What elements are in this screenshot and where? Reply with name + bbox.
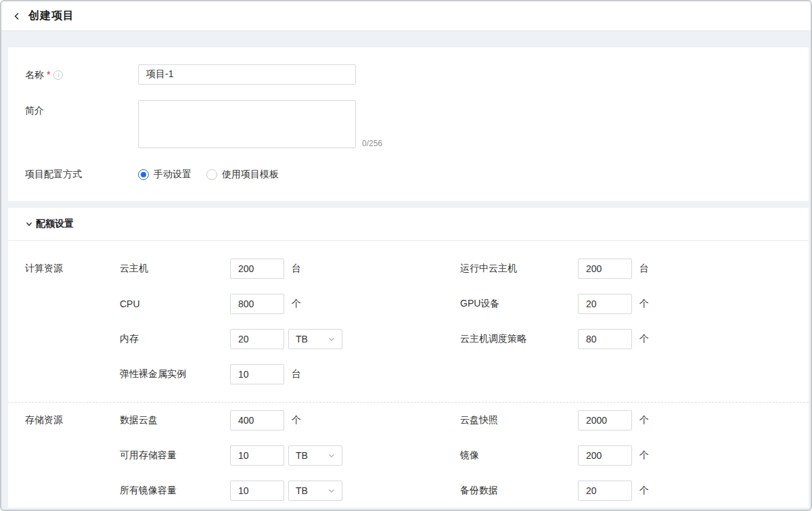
page-header: 创建项目	[1, 1, 811, 31]
radio-template-label: 使用项目模板	[222, 169, 279, 181]
create-project-page: 创建项目 名称 * i 简介 0/256	[0, 0, 812, 511]
field-label: 可用存储容量	[120, 449, 230, 462]
field-wrap: TB	[230, 481, 460, 501]
unit-label: 个	[639, 298, 649, 310]
field-wrap: TB	[230, 445, 460, 466]
config-mode-row: 项目配置方式 手动设置 使用项目模板	[25, 164, 809, 185]
gpu-input[interactable]	[578, 294, 632, 314]
image-input[interactable]	[578, 445, 632, 466]
unit-label: 个	[639, 485, 649, 497]
field-label: 内存	[120, 333, 230, 345]
name-label-wrap: 名称 * i	[25, 64, 138, 85]
field-label: 数据云盘	[120, 414, 230, 426]
storage-capacity-input[interactable]	[230, 445, 284, 466]
intro-label: 简介	[25, 105, 44, 117]
field-label: 镜像	[460, 449, 578, 462]
basic-info-panel: 名称 * i 简介 0/256 项目配置方式	[8, 47, 809, 201]
memory-unit-select[interactable]: TB	[288, 329, 342, 349]
intro-field-wrap: 0/256	[138, 100, 382, 148]
info-icon[interactable]: i	[53, 70, 63, 80]
unit-label: 台	[292, 368, 301, 380]
intro-row: 简介 0/256	[25, 100, 809, 148]
radio-selected-icon	[138, 169, 149, 180]
radio-manual-label: 手动设置	[154, 169, 191, 181]
config-mode-label: 项目配置方式	[25, 169, 82, 181]
radio-use-template[interactable]: 使用项目模板	[206, 169, 279, 181]
unit-label: 个	[292, 298, 301, 310]
chevron-down-icon	[328, 453, 335, 458]
select-value: TB	[296, 485, 308, 496]
radio-manual-setting[interactable]: 手动设置	[138, 169, 191, 181]
disk-snapshot-input[interactable]	[578, 410, 632, 430]
unit-label: 个	[639, 333, 649, 345]
cloud-host-input[interactable]	[230, 259, 284, 279]
quota-row: CPU 个 GPU设备 个	[8, 286, 809, 321]
chevron-down-icon	[25, 220, 33, 228]
back-button[interactable]	[12, 12, 22, 21]
quota-body: 计算资源 云主机 台 运行中云主机 台 CPU	[8, 241, 809, 508]
quota-row: 内存 TB 云主机调度策略 个	[8, 321, 809, 357]
config-mode-label-wrap: 项目配置方式	[25, 169, 138, 181]
chevron-down-icon	[328, 337, 335, 342]
field-wrap: 个	[578, 329, 649, 349]
select-value: TB	[296, 450, 308, 461]
bare-metal-input[interactable]	[230, 364, 284, 384]
unit-label: 个	[292, 414, 301, 426]
field-wrap: 个	[578, 294, 649, 314]
running-host-input[interactable]	[578, 259, 632, 279]
intro-textarea[interactable]	[138, 100, 356, 148]
name-row: 名称 * i	[25, 64, 809, 85]
field-wrap: 个	[230, 294, 460, 314]
storage-capacity-unit-select[interactable]: TB	[288, 445, 342, 466]
field-wrap: 台	[230, 364, 460, 384]
radio-unselected-icon	[206, 169, 217, 180]
quota-row: 计算资源 云主机 台 运行中云主机 台	[8, 251, 809, 286]
field-label: 云主机	[120, 263, 230, 275]
quota-row: 可用存储容量 TB 镜像 个	[8, 438, 809, 473]
field-wrap: 个	[578, 410, 649, 430]
field-wrap: 个	[578, 481, 649, 501]
unit-label: 台	[639, 263, 649, 275]
unit-label: 个	[639, 449, 649, 462]
image-capacity-input[interactable]	[230, 481, 284, 501]
quota-section-title: 配额设置	[36, 218, 74, 230]
required-asterisk: *	[47, 69, 50, 80]
select-value: TB	[296, 334, 308, 345]
chevron-down-icon	[328, 489, 335, 493]
page-content: 名称 * i 简介 0/256 项目配置方式	[1, 31, 811, 508]
field-label: 运行中云主机	[460, 263, 578, 275]
field-wrap: 台	[578, 259, 649, 279]
quota-panel: 配额设置 计算资源 云主机 台 运行中云主机 台	[8, 208, 809, 508]
intro-label-wrap: 简介	[25, 100, 138, 148]
field-label: 弹性裸金属实例	[120, 368, 230, 380]
quota-row: 弹性裸金属实例 台	[8, 357, 809, 392]
field-label: 云盘快照	[460, 414, 578, 426]
scheduling-policy-input[interactable]	[578, 329, 632, 349]
storage-group-label: 存储资源	[8, 414, 120, 426]
field-label: CPU	[120, 298, 230, 309]
unit-label: 台	[292, 263, 301, 275]
field-label: 备份数据	[460, 485, 578, 497]
field-wrap: 台	[230, 259, 460, 279]
quota-section-header[interactable]: 配额设置	[8, 208, 809, 241]
field-label: GPU设备	[460, 298, 578, 310]
backup-data-input[interactable]	[578, 481, 632, 501]
field-wrap: 个	[230, 410, 460, 430]
quota-row: 存储资源 数据云盘 个 云盘快照 个	[8, 403, 809, 438]
unit-label: 个	[639, 414, 649, 426]
config-mode-radio-group: 手动设置 使用项目模板	[138, 169, 294, 181]
field-label: 云主机调度策略	[460, 333, 578, 345]
name-label: 名称	[25, 69, 44, 81]
field-wrap: 个	[578, 445, 649, 466]
char-counter: 0/256	[362, 139, 382, 148]
name-input[interactable]	[138, 64, 356, 85]
cpu-input[interactable]	[230, 294, 284, 314]
compute-group-label: 计算资源	[8, 263, 120, 275]
page-title: 创建项目	[28, 9, 74, 23]
memory-input[interactable]	[230, 329, 284, 349]
data-disk-input[interactable]	[230, 410, 284, 430]
image-capacity-unit-select[interactable]: TB	[288, 481, 342, 501]
chevron-left-icon	[12, 12, 22, 21]
field-wrap: TB	[230, 329, 460, 349]
field-label: 所有镜像容量	[120, 485, 230, 497]
